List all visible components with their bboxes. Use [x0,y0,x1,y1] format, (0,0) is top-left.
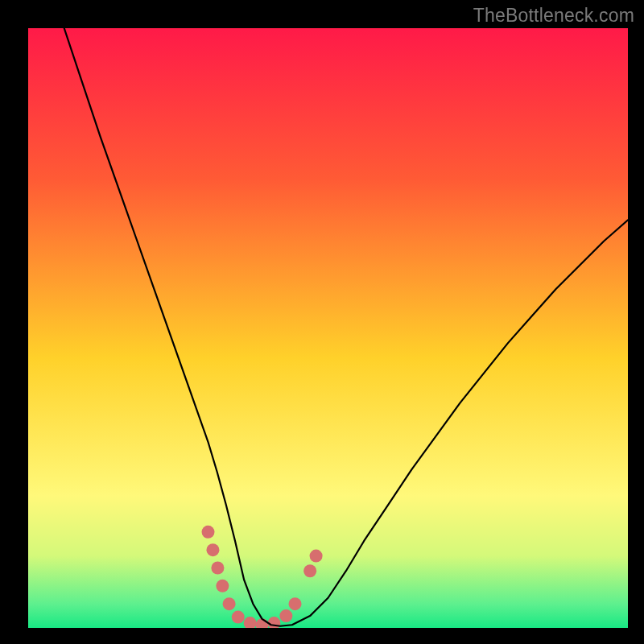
highlight-dot [303,564,316,577]
highlight-dot [279,609,292,622]
highlight-dot [289,597,302,610]
plot-svg [28,28,628,628]
highlight-dot [206,543,219,556]
gradient-background [28,28,628,628]
watermark-text: TheBottleneck.com [473,5,634,27]
highlight-dot [211,562,224,575]
highlight-dot [216,580,229,592]
chart-frame: TheBottleneck.com [0,0,644,644]
highlight-dot [232,611,245,624]
highlight-dot [202,526,215,539]
highlight-dot [223,597,236,610]
highlight-dot [310,550,323,563]
plot-area [28,28,628,628]
